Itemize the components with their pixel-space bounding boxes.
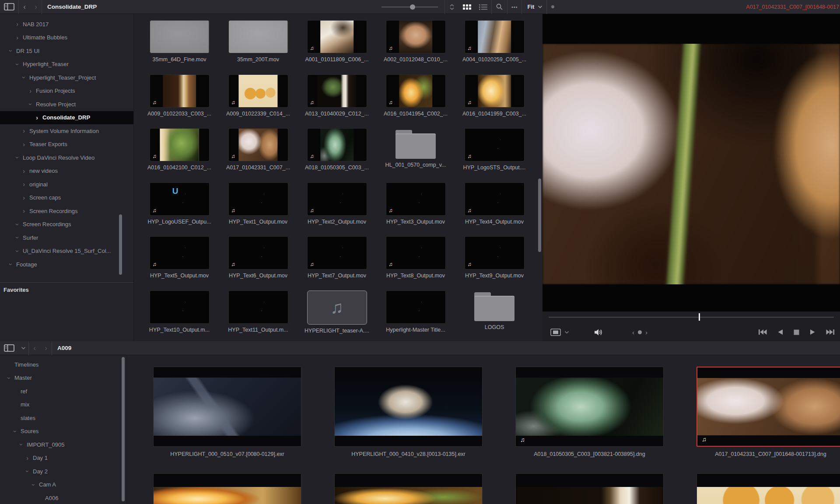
- tree-item-new-videos[interactable]: ›new videos: [0, 164, 133, 178]
- tree-item-hyperlight-teaser-project[interactable]: ›Hyperlight_Teaser_Project: [0, 71, 133, 84]
- clip-thumbnail[interactable]: ♫: [465, 74, 525, 108]
- bottom-sidebar-scrollbar[interactable]: [122, 357, 125, 501]
- media-clip[interactable]: ♫A009_01022339_C014_...: [219, 74, 298, 129]
- chevron-down-icon[interactable]: ›: [14, 234, 21, 242]
- tree-item-timelines[interactable]: Timelines: [0, 358, 126, 371]
- media-clip[interactable]: ♫A016_01041954_C002_...: [376, 74, 455, 129]
- slider-knob[interactable]: [410, 4, 415, 10]
- tree-item-ui-davinci-resolve-15-surf-col[interactable]: ›Ui_DaVinci Resolve 15_Surf_Col...: [0, 245, 133, 258]
- media-clip-partial[interactable]: [334, 473, 483, 504]
- media-clip[interactable]: ♫A002_01012048_C010_...: [376, 20, 455, 74]
- tree-item-resolve-project[interactable]: ›Resolve Project: [0, 98, 133, 111]
- media-clip[interactable]: 35mm_200T.mov: [219, 20, 298, 74]
- tree-item-mix[interactable]: mix: [0, 398, 126, 412]
- tree-item-fusion-projects[interactable]: ›Fusion Projects: [0, 84, 133, 98]
- chevron-down-icon[interactable]: ›: [8, 261, 14, 268]
- audio-clip-tile[interactable]: ♫: [307, 290, 367, 325]
- tree-item-loop-davinci-resolve-video[interactable]: ›Loop DaVinci Resolve Video: [0, 151, 133, 164]
- clip-thumbnail[interactable]: [150, 20, 210, 53]
- clip-thumbnail[interactable]: [228, 290, 288, 324]
- tree-item-dr-15-ui[interactable]: ›DR 15 UI: [0, 44, 133, 58]
- media-clip[interactable]: ♫HYP_LogoSTS_Output....: [455, 128, 534, 182]
- clip-thumbnail[interactable]: ♫: [150, 128, 210, 161]
- sort-order-button[interactable]: [445, 0, 459, 14]
- clip-thumbnail[interactable]: ♫: [307, 236, 367, 270]
- chevron-down-icon[interactable]: ›: [24, 468, 31, 475]
- media-folder[interactable]: LOGOS: [455, 290, 534, 342]
- tree-item-import-0905[interactable]: ›IMPORT_0905: [0, 438, 126, 452]
- clip-thumbnail[interactable]: ♫: [228, 74, 288, 108]
- chevron-down-icon[interactable]: ›: [6, 374, 12, 382]
- clip-thumbnail[interactable]: ♫: [307, 20, 367, 53]
- selected-clip-thumbnail[interactable]: ♫: [696, 367, 840, 447]
- media-clip[interactable]: ♫A013_01040029_C012_...: [298, 74, 376, 129]
- clip-thumbnail[interactable]: ♫: [386, 182, 446, 216]
- media-clip-large[interactable]: ♫A017_01042331_C007_[001648-001713].dng: [696, 367, 840, 457]
- media-clip[interactable]: ♫HYP_Text6_Output.mov: [219, 236, 298, 290]
- tree-item-screen-recordings[interactable]: ›Screen Recordings: [0, 218, 133, 231]
- play-button[interactable]: [810, 329, 816, 335]
- media-clip[interactable]: ♫HYP_Text5_Output.mov: [140, 236, 219, 290]
- tree-item-original[interactable]: ›original: [0, 178, 133, 191]
- clip-options-dropdown[interactable]: [564, 331, 569, 334]
- chevron-right-icon[interactable]: ›: [20, 181, 28, 187]
- volume-button[interactable]: [594, 329, 603, 336]
- chevron-right-icon[interactable]: ›: [20, 195, 28, 201]
- panel-toggle-button[interactable]: [0, 341, 18, 355]
- tree-item-system-volume-information[interactable]: ›System Volume Information: [0, 124, 133, 138]
- grid-scrollbar[interactable]: [538, 178, 541, 252]
- clip-thumbnail[interactable]: ♫: [150, 74, 210, 108]
- media-clip-large[interactable]: ♫A018_01050305_C003_[003821-003895].dng: [515, 367, 664, 457]
- tree-item-footage[interactable]: ›Footage: [0, 258, 133, 271]
- chevron-right-icon[interactable]: ›: [24, 455, 31, 461]
- chevron-down-icon[interactable]: ›: [14, 154, 21, 161]
- clip-thumbnail[interactable]: ♫: [515, 367, 664, 447]
- chevron-right-icon[interactable]: ›: [27, 88, 34, 94]
- clip-thumbnail[interactable]: [334, 367, 483, 447]
- back-button[interactable]: ‹: [29, 342, 40, 355]
- media-clip-partial[interactable]: [515, 473, 664, 504]
- viewer-scrubber[interactable]: [542, 312, 840, 323]
- search-button[interactable]: [492, 0, 507, 14]
- clip-options-button[interactable]: [550, 329, 561, 336]
- thumbnail-view-button[interactable]: [459, 0, 475, 14]
- clip-thumbnail[interactable]: ♫: [228, 128, 288, 161]
- media-clip[interactable]: HYP_Text10_Output.m...: [140, 290, 219, 342]
- chevron-down-icon[interactable]: ›: [14, 247, 21, 255]
- panel-dropdown[interactable]: [18, 341, 28, 355]
- media-clip[interactable]: ♫HYP_Text9_Output.mov: [455, 236, 534, 290]
- media-audio-clip[interactable]: ♫HYPERLIGHT_teaser-A....: [298, 290, 376, 342]
- clip-thumbnail[interactable]: [153, 367, 301, 447]
- chevron-down-icon[interactable]: ›: [28, 101, 34, 108]
- chevron-right-icon[interactable]: ›: [20, 168, 28, 174]
- zoom-fit-dropdown[interactable]: [537, 0, 546, 14]
- media-clip[interactable]: U♫HYP_LogoUSEF_Outpu...: [140, 182, 219, 237]
- list-view-button[interactable]: [475, 0, 491, 14]
- media-clip[interactable]: Hyperlight-Master Title...: [376, 290, 455, 342]
- chevron-down-icon[interactable]: ›: [31, 481, 37, 488]
- skip-start-button[interactable]: [758, 329, 767, 335]
- clip-thumbnail[interactable]: ♫: [307, 182, 367, 216]
- clip-thumbnail[interactable]: ♫: [307, 128, 367, 161]
- chevron-down-icon[interactable]: ›: [12, 427, 18, 435]
- media-clip[interactable]: ♫HYP_Text4_Output.mov: [455, 182, 534, 237]
- tree-item-a006[interactable]: A006: [0, 491, 126, 504]
- tree-item-screen-recordings[interactable]: ›Screen Recordings: [0, 204, 133, 218]
- clip-thumbnail[interactable]: ♫: [465, 236, 525, 270]
- chevron-down-icon[interactable]: ›: [14, 60, 21, 68]
- sidebar-scrollbar[interactable]: [119, 214, 122, 275]
- tree-item-ultimatte-bubbles[interactable]: ›Ultimatte Bubbles: [0, 31, 133, 45]
- jog-control[interactable]: ‹ ›: [632, 329, 648, 336]
- media-clip[interactable]: ♫HYP_Text8_Output.mov: [376, 236, 455, 290]
- chevron-down-icon[interactable]: ›: [8, 47, 14, 55]
- clip-thumbnail[interactable]: ♫: [307, 74, 367, 108]
- media-clip[interactable]: ♫HYP_Text1_Output.mov: [219, 182, 298, 237]
- jog-dot-icon[interactable]: [638, 330, 642, 334]
- clip-thumbnail[interactable]: U♫: [150, 182, 210, 216]
- play-reverse-button[interactable]: [777, 329, 783, 335]
- chevron-right-icon[interactable]: ›: [33, 115, 41, 121]
- chevron-down-icon[interactable]: ›: [21, 74, 27, 81]
- back-button[interactable]: ‹: [19, 0, 30, 14]
- chevron-down-icon[interactable]: ›: [18, 441, 24, 448]
- media-clip[interactable]: ♫A016_01042100_C012_...: [140, 128, 219, 182]
